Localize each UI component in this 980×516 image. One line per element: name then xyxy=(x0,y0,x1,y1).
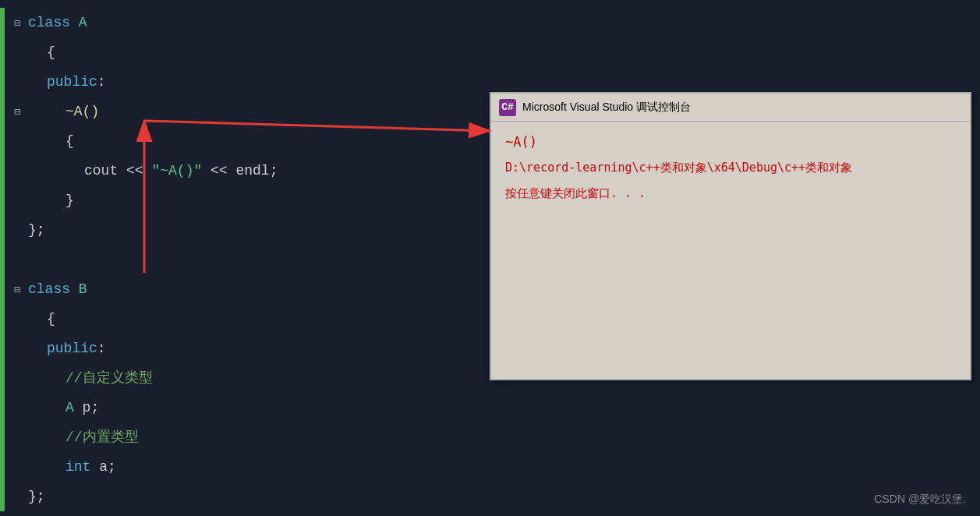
code-line-17: }; xyxy=(0,482,483,511)
fold-indicator-3[interactable]: ⊟ xyxy=(6,283,28,296)
code-line-7: } xyxy=(0,186,483,215)
code-line-12: public: xyxy=(0,334,483,363)
fold-indicator-2[interactable]: ⊟ xyxy=(6,105,28,118)
code-line-10: ⊟ class B xyxy=(0,274,483,304)
code-line-13: //自定义类型 xyxy=(0,363,483,393)
comment-custom-type: //自定义类型 xyxy=(65,363,153,393)
vs-icon-label: C# xyxy=(501,101,514,113)
code-line-6: cout << "~A()" << endl; xyxy=(0,156,483,186)
comment-builtin-type: //内置类型 xyxy=(65,422,139,452)
code-line-2: { xyxy=(0,37,483,67)
code-line-3: public: xyxy=(0,67,483,97)
vs-icon: C# xyxy=(499,99,516,116)
code-line-9 xyxy=(0,245,483,274)
fold-indicator-1[interactable]: ⊟ xyxy=(6,16,28,30)
code-line-14: A p; xyxy=(0,393,483,422)
popup-output-line1: ~A() xyxy=(505,134,956,150)
popup-title: Microsoft Visual Studio 调试控制台 xyxy=(522,101,691,115)
debug-console-popup[interactable]: C# Microsoft Visual Studio 调试控制台 ~A() D:… xyxy=(490,92,971,380)
code-line-16: int a; xyxy=(0,452,483,482)
code-line-5: { xyxy=(0,126,483,156)
watermark: CSDN @爱吃汉堡. xyxy=(874,493,966,507)
code-line-1: ⊟ class A xyxy=(0,8,483,37)
code-editor: ⊟ class A { public: ⊟ ~A() { cou xyxy=(0,0,483,516)
code-line-8: }; xyxy=(0,215,483,245)
code-line-11: { xyxy=(0,304,483,334)
popup-output-line3: 按任意键关闭此窗口. . . xyxy=(505,185,956,203)
code-line-15: //内置类型 xyxy=(0,422,483,452)
code-line-4: ⊟ ~A() xyxy=(0,97,483,126)
popup-output-line2: D:\record-learning\c++类和对象\x64\Debug\c++… xyxy=(505,159,956,177)
popup-titlebar: C# Microsoft Visual Studio 调试控制台 xyxy=(491,94,970,122)
popup-content: ~A() D:\record-learning\c++类和对象\x64\Debu… xyxy=(491,122,970,379)
